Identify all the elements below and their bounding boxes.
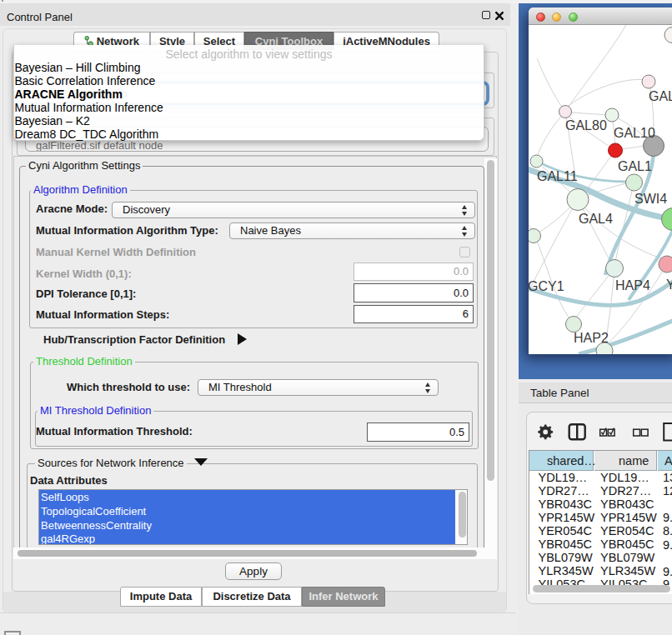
svg-text:HAP4: HAP4 <box>615 278 650 292</box>
svg-text:Y: Y <box>666 278 672 292</box>
svg-text:GAL4: GAL4 <box>579 212 613 226</box>
svg-text:GAL80: GAL80 <box>565 118 607 132</box>
svg-text:GAL8: GAL8 <box>649 89 672 103</box>
svg-text:HAP2: HAP2 <box>574 331 609 345</box>
svg-text:SWI4: SWI4 <box>634 192 667 206</box>
svg-text:GCY1: GCY1 <box>529 279 564 293</box>
svg-text:GAL1: GAL1 <box>618 159 652 173</box>
svg-text:GAL11: GAL11 <box>537 169 578 183</box>
svg-text:GAL10: GAL10 <box>614 126 655 140</box>
